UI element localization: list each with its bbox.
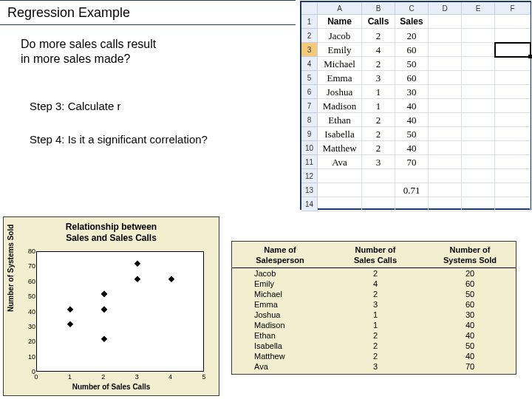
cell[interactable] [462,43,495,57]
cell[interactable] [462,71,495,85]
cell[interactable]: Sales [395,15,429,29]
cell[interactable] [429,71,462,85]
cell[interactable] [462,169,495,183]
row-header[interactable]: 1 [301,15,318,29]
cell[interactable]: Madison [318,99,362,113]
cell[interactable]: 40 [395,99,429,113]
cell[interactable]: 2 [362,127,395,141]
cell[interactable] [495,155,531,169]
col-header-blank[interactable] [301,2,318,15]
cell[interactable]: 40 [395,113,429,127]
cell[interactable]: 3 [362,71,395,85]
cell[interactable] [429,197,462,211]
row-header[interactable]: 14 [301,197,318,211]
cell[interactable] [462,99,495,113]
cell[interactable]: Calls [362,15,395,29]
cell[interactable]: 1 [362,99,395,113]
cell[interactable] [495,113,531,127]
cell[interactable]: Emma [318,71,362,85]
cell[interactable] [462,197,495,211]
cell[interactable]: Ethan [318,113,362,127]
cell[interactable]: 2 [362,57,395,71]
cell[interactable]: 70 [395,155,429,169]
row-header[interactable]: 13 [301,183,318,197]
row-header[interactable]: 5 [301,71,318,85]
col-header-e[interactable]: E [462,2,495,15]
cell[interactable] [395,197,429,211]
cell[interactable] [395,169,429,183]
cell[interactable]: 20 [395,29,429,43]
cell[interactable] [462,155,495,169]
cell[interactable] [494,42,531,58]
cell[interactable]: 4 [362,43,395,57]
cell[interactable] [429,127,462,141]
cell[interactable] [495,57,531,71]
col-header-c[interactable]: C [395,2,429,15]
col-header-b[interactable]: B [362,2,395,15]
row-header[interactable]: 9 [301,127,318,141]
cell[interactable] [495,85,531,99]
cell[interactable] [429,43,462,57]
cell[interactable] [362,197,395,211]
cell[interactable]: Jacob [318,29,362,43]
cell[interactable] [462,183,495,197]
col-header-d[interactable]: D [429,2,462,15]
cell[interactable]: Isabella [318,127,362,141]
row-header[interactable]: 2 [301,29,318,43]
cell[interactable] [362,183,395,197]
cell[interactable] [429,29,462,43]
cell[interactable]: 1 [362,85,395,99]
cell[interactable] [462,85,495,99]
cell[interactable] [429,15,462,29]
cell[interactable]: 2 [362,29,395,43]
row-header[interactable]: 12 [301,169,318,183]
cell[interactable] [495,15,531,29]
cell[interactable]: Name [318,15,362,29]
cell[interactable] [495,183,531,197]
cell[interactable]: 60 [395,43,429,57]
cell[interactable]: 60 [395,71,429,85]
cell[interactable]: 50 [395,127,429,141]
row-header[interactable]: 4 [301,57,318,71]
cell[interactable] [495,127,531,141]
row-header[interactable]: 8 [301,113,318,127]
cell[interactable] [318,197,362,211]
col-header-f[interactable]: F [495,2,531,15]
cell[interactable]: 30 [395,85,429,99]
cell[interactable] [429,85,462,99]
cell[interactable] [495,197,531,211]
cell[interactable]: 2 [362,113,395,127]
spreadsheet-panel[interactable]: A B C D E F 1 Name Calls Sales 2Jacob220… [300,1,531,210]
row-header[interactable]: 7 [301,99,318,113]
cell[interactable] [495,169,531,183]
cell[interactable]: Ava [318,155,362,169]
row-header[interactable]: 6 [301,85,318,99]
cell[interactable] [429,141,462,155]
cell[interactable] [429,183,462,197]
result-cell[interactable]: 0.71 [395,183,429,197]
cell[interactable] [362,169,395,183]
col-header-a[interactable]: A [318,2,362,15]
cell[interactable]: Matthew [318,141,362,155]
cell[interactable] [462,127,495,141]
cell[interactable] [462,15,495,29]
cell[interactable] [429,99,462,113]
cell[interactable] [495,99,531,113]
cell[interactable]: 50 [395,57,429,71]
cell[interactable]: Joshua [318,85,362,99]
cell[interactable] [495,71,531,85]
cell[interactable] [462,113,495,127]
cell[interactable] [429,169,462,183]
cell[interactable] [429,57,462,71]
cell[interactable] [462,141,495,155]
row-header[interactable]: 11 [301,155,318,169]
cell[interactable]: 2 [362,141,395,155]
cell[interactable] [429,155,462,169]
cell[interactable] [462,57,495,71]
cell[interactable] [429,113,462,127]
cell[interactable]: Emily [318,43,362,57]
cell[interactable] [318,169,362,183]
cell[interactable] [318,183,362,197]
cell[interactable]: 40 [395,141,429,155]
row-header[interactable]: 10 [301,141,318,155]
